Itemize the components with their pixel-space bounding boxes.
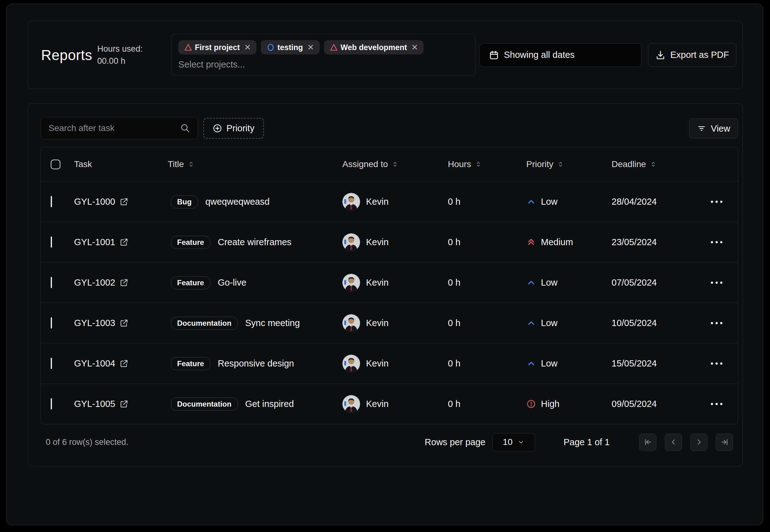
- assignee-name: Kevin: [366, 237, 389, 247]
- priority-label: Low: [541, 358, 558, 369]
- view-button[interactable]: View: [689, 119, 738, 138]
- row-actions-menu-icon[interactable]: [708, 278, 726, 287]
- first-page-button[interactable]: [639, 434, 656, 451]
- task-type-badge: Feature: [171, 236, 210, 249]
- page-indicator: Page 1 of 1: [564, 437, 610, 447]
- column-header-task: Task: [74, 159, 168, 169]
- deadline-value: 28/04/2024: [612, 197, 657, 207]
- table-row[interactable]: GYL-1001 Feature Create wireframes: [41, 222, 738, 262]
- rows-per-page-label: Rows per page: [425, 437, 486, 447]
- priority-high-icon: [526, 399, 536, 409]
- table-row[interactable]: GYL-1003 Documentation Sync meeting: [41, 303, 738, 343]
- tasks-panel: Priority View Task Title As: [28, 103, 743, 466]
- hours-value: 0 h: [448, 318, 460, 328]
- external-link-icon[interactable]: [120, 400, 128, 408]
- table-row[interactable]: GYL-1005 Documentation Get inspired: [41, 384, 738, 424]
- row-checkbox[interactable]: [51, 358, 52, 369]
- project-tag[interactable]: Web development ✕: [324, 40, 424, 54]
- column-header-assigned[interactable]: Assigned to: [342, 159, 448, 169]
- task-title: Responsive design: [218, 358, 294, 369]
- selection-status: 0 of 6 row(s) selected.: [46, 437, 128, 447]
- row-checkbox[interactable]: [51, 277, 52, 288]
- sort-icon: [650, 161, 657, 168]
- priority-filter-label: Priority: [226, 123, 254, 133]
- task-id: GYL-1001: [74, 237, 115, 247]
- external-link-icon[interactable]: [120, 198, 128, 206]
- table-row[interactable]: GYL-1000 Bug qweqweqweasd: [41, 181, 738, 222]
- project-tag[interactable]: First project ✕: [178, 40, 256, 54]
- priority-low-icon: [526, 278, 536, 287]
- row-checkbox[interactable]: [51, 398, 52, 409]
- row-checkbox[interactable]: [51, 196, 52, 207]
- avatar: [342, 233, 360, 251]
- search-input[interactable]: [41, 117, 198, 139]
- column-header-hours[interactable]: Hours: [448, 159, 526, 169]
- last-page-button[interactable]: [716, 434, 733, 451]
- priority-filter-button[interactable]: Priority: [203, 118, 264, 139]
- remove-tag-icon[interactable]: ✕: [244, 43, 251, 52]
- row-checkbox[interactable]: [51, 317, 52, 329]
- remove-tag-icon[interactable]: ✕: [412, 43, 418, 52]
- deadline-value: 23/05/2024: [612, 237, 657, 247]
- sort-icon: [475, 161, 482, 168]
- table-header-row: Task Title Assigned to Hours Priority: [41, 147, 738, 181]
- hours-value: 0 h: [448, 197, 460, 207]
- deadline-value: 09/05/2024: [612, 399, 657, 409]
- task-title: Get inspired: [245, 399, 294, 409]
- row-actions-menu-icon[interactable]: [708, 198, 726, 206]
- project-selector[interactable]: First project ✕ testing ✕ Web developmen…: [171, 34, 476, 76]
- external-link-icon[interactable]: [120, 319, 128, 327]
- external-link-icon[interactable]: [120, 278, 128, 287]
- reports-header-panel: Reports Hours used: 00.00 h First projec…: [28, 21, 743, 89]
- table-row[interactable]: GYL-1004 Feature Responsive design: [41, 343, 738, 384]
- external-link-icon[interactable]: [120, 359, 128, 368]
- external-link-icon[interactable]: [120, 238, 128, 246]
- hours-value: 0 h: [448, 278, 460, 287]
- priority-medium-icon: [526, 237, 536, 247]
- priority-label: Low: [541, 278, 558, 288]
- table-footer: 0 of 6 row(s) selected. Rows per page 10…: [40, 428, 733, 456]
- view-button-label: View: [711, 124, 730, 134]
- task-id: GYL-1003: [74, 318, 115, 328]
- project-tag-row: First project ✕ testing ✕ Web developmen…: [178, 40, 469, 54]
- export-pdf-button[interactable]: Export as PDF: [648, 43, 736, 67]
- table-row[interactable]: GYL-1002 Feature Go-live: [41, 262, 738, 303]
- task-title: Sync meeting: [245, 318, 300, 328]
- column-header-title[interactable]: Title: [168, 159, 342, 169]
- priority-label: High: [541, 399, 560, 409]
- previous-page-button[interactable]: [665, 434, 682, 451]
- date-range-button[interactable]: Showing all dates: [479, 43, 642, 67]
- priority-label: Low: [541, 318, 558, 328]
- hours-used-label: Hours used:: [97, 44, 143, 54]
- priority-low-icon: [526, 359, 536, 368]
- remove-tag-icon[interactable]: ✕: [307, 43, 314, 52]
- select-all-checkbox[interactable]: [51, 160, 60, 169]
- column-header-priority[interactable]: Priority: [526, 159, 612, 169]
- project-tag-label: testing: [277, 43, 303, 52]
- select-projects-placeholder[interactable]: Select projects...: [178, 59, 469, 70]
- row-actions-menu-icon[interactable]: [708, 319, 726, 327]
- hours-used-value: 00.00 h: [97, 56, 143, 66]
- row-actions-menu-icon[interactable]: [708, 238, 726, 246]
- next-page-button[interactable]: [690, 434, 707, 451]
- row-checkbox[interactable]: [51, 236, 52, 248]
- assignee-name: Kevin: [366, 278, 389, 288]
- task-title: Go-live: [218, 278, 246, 288]
- assignee-name: Kevin: [366, 318, 389, 328]
- row-actions-menu-icon[interactable]: [708, 359, 726, 368]
- task-id: GYL-1000: [74, 197, 115, 207]
- assignee-name: Kevin: [366, 358, 389, 369]
- column-header-deadline[interactable]: Deadline: [612, 159, 694, 169]
- date-range-label: Showing all dates: [504, 50, 575, 60]
- avatar: [342, 355, 360, 372]
- page-title: Reports: [41, 47, 92, 63]
- task-id: GYL-1005: [74, 399, 115, 409]
- hours-value: 0 h: [448, 399, 460, 409]
- avatar: [342, 193, 360, 211]
- task-type-badge: Documentation: [171, 398, 238, 411]
- task-id: GYL-1004: [74, 358, 115, 369]
- row-actions-menu-icon[interactable]: [708, 400, 726, 408]
- project-tag[interactable]: testing ✕: [261, 40, 320, 54]
- download-icon: [656, 50, 665, 60]
- rows-per-page-select[interactable]: 10: [492, 433, 535, 451]
